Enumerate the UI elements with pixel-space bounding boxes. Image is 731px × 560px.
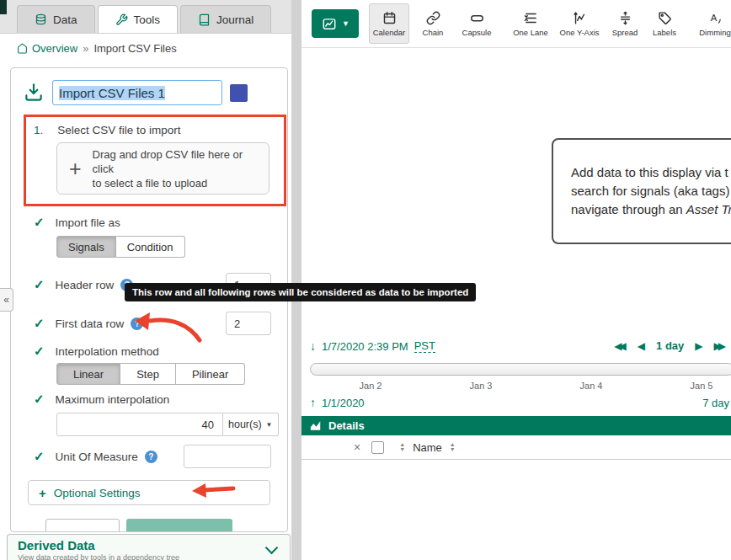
max-interp-unit-select[interactable]: hour(s) ▼ xyxy=(223,413,279,436)
timezone-label[interactable]: PST xyxy=(414,339,435,353)
breadcrumb: Overview » Import CSV Files xyxy=(0,34,291,60)
svg-text:A: A xyxy=(710,13,717,23)
help-icon[interactable]: ? xyxy=(131,317,143,330)
capsule-icon xyxy=(470,11,484,25)
plus-icon: + xyxy=(69,157,82,181)
corner-accent xyxy=(0,0,7,14)
linear-toggle-button[interactable]: Linear xyxy=(56,363,120,385)
interpolation-label: Interpolation method xyxy=(56,345,159,358)
uom-labels: ✓ Unit Of Measure xyxy=(23,449,138,464)
help-line: search for signals (aka tags) xyxy=(571,182,731,200)
cancel-button[interactable] xyxy=(45,519,120,532)
import-file-as-label: Import file as xyxy=(56,216,120,229)
range-duration-link[interactable]: 7 day xyxy=(702,397,729,409)
details-table-header: × ▲▼ Name ▲▼ xyxy=(301,435,731,460)
calendar-icon xyxy=(382,11,397,25)
csv-dropzone[interactable]: + Drag and drop CSV file here or click t… xyxy=(56,142,269,195)
time-step-label[interactable]: 1 day xyxy=(656,339,684,352)
plus-icon: + xyxy=(39,486,46,500)
toolbar-button-calendar[interactable]: Calendar xyxy=(369,3,409,44)
fast-forward-icon[interactable]: ▶▶ xyxy=(714,340,726,352)
toolbar-button-labels[interactable]: Labels xyxy=(647,3,682,44)
step-backward-icon[interactable]: ◀ xyxy=(638,340,645,352)
name-column-header: Name xyxy=(413,441,442,454)
toolbar-button-label: Calendar xyxy=(373,28,406,37)
trend-icon xyxy=(321,17,338,31)
first-data-row-input[interactable] xyxy=(226,312,271,335)
first-data-row-field: ✓ First data row ? xyxy=(23,312,275,335)
optional-settings-label: Optional Settings xyxy=(54,487,141,499)
step-1-section: 1. Select CSV file to import + Drag and … xyxy=(23,124,275,195)
derived-data-section[interactable]: Derived Data View data created by tools … xyxy=(7,534,291,560)
tab-data-label: Data xyxy=(53,13,77,26)
toolbar-button-label: One Y-Axis xyxy=(560,28,600,37)
help-icon[interactable]: ? xyxy=(145,451,157,463)
app-window: Data Tools Journal Overview xyxy=(0,0,731,560)
uom-input[interactable] xyxy=(184,445,271,468)
timeline-tick: Jan 2 xyxy=(360,381,382,391)
check-icon: ✓ xyxy=(34,449,45,464)
range-start-text: 1/7/2020 2:39 PM xyxy=(322,340,408,353)
toolbar-button-one-y-axis[interactable]: One Y-Axis xyxy=(556,3,603,44)
view-selector-button[interactable]: ▼ xyxy=(312,9,359,38)
step-1-header: 1. Select CSV file to import xyxy=(34,124,275,136)
color-swatch-button[interactable] xyxy=(230,84,248,102)
journal-icon xyxy=(198,13,211,26)
tab-data[interactable]: Data xyxy=(17,5,95,33)
select-all-checkbox[interactable] xyxy=(371,441,384,454)
tool-name-row: Import CSV Files 1 xyxy=(23,80,275,105)
tab-tools[interactable]: Tools xyxy=(98,5,179,33)
breadcrumb-overview-link[interactable]: Overview xyxy=(17,42,77,55)
database-icon xyxy=(35,13,47,26)
spread-icon xyxy=(618,11,632,25)
step-toggle-button[interactable]: Step xyxy=(120,363,176,385)
toolbar-button-capsule[interactable]: Capsule xyxy=(456,3,497,44)
timeline-tick: Jan 5 xyxy=(691,381,713,391)
step-number: 1. xyxy=(34,124,43,136)
tool-name-input[interactable]: Import CSV Files 1 xyxy=(52,80,222,105)
optional-settings-toggle[interactable]: + Optional Settings xyxy=(28,480,270,505)
step-forward-icon[interactable]: ▶ xyxy=(695,340,702,352)
action-button-row xyxy=(45,519,275,532)
unit-label: hour(s) xyxy=(228,419,262,430)
toolbar-button-label: Labels xyxy=(653,28,676,37)
caret-down-icon: ▼ xyxy=(266,421,273,429)
sort-icon[interactable]: ▲▼ xyxy=(450,442,456,452)
toolbar-button-dimming[interactable]: A Dimming xyxy=(694,3,731,44)
toolbar-button-label: One Lane xyxy=(513,28,548,37)
max-interp-row: ✓ Maximum interpolation xyxy=(23,392,275,407)
max-interp-input[interactable] xyxy=(56,413,223,436)
signals-toggle-button[interactable]: Signals xyxy=(56,236,116,258)
condition-toggle-button[interactable]: Condition xyxy=(116,236,185,258)
toolbar-button-chain[interactable]: Chain xyxy=(413,3,453,44)
toolbar-button-label: Spread xyxy=(612,28,638,37)
tooltip: This row and all following rows will be … xyxy=(125,283,476,301)
interpolation-row: ✓ Interpolation method xyxy=(23,344,275,359)
details-title: Details xyxy=(328,419,365,432)
help-line: Add data to this display via t xyxy=(571,163,731,182)
check-icon: ✓ xyxy=(34,392,45,407)
fast-backward-icon[interactable]: ◀◀ xyxy=(614,340,626,352)
execute-button[interactable] xyxy=(126,519,232,532)
pilinear-toggle-button[interactable]: Pilinear xyxy=(176,363,245,385)
import-file-as-row: ✓ Import file as xyxy=(23,215,275,230)
pane-divider[interactable] xyxy=(291,0,301,560)
derived-data-subtitle: View data created by tools in a dependen… xyxy=(18,553,280,560)
left-panel: Data Tools Journal Overview xyxy=(0,0,291,560)
sort-icon[interactable]: ▲▼ xyxy=(399,442,405,452)
timeline-scrollbar[interactable] xyxy=(310,363,731,376)
remove-icon[interactable]: × xyxy=(354,440,360,454)
panel-tab-bar: Data Tools Journal xyxy=(0,0,291,34)
toolbar-button-spread[interactable]: Spread xyxy=(606,3,643,44)
investigate-range-start-link[interactable]: ↑ 1/1/2020 xyxy=(310,396,365,409)
toolbar-button-one-lane[interactable]: One Lane xyxy=(509,3,552,44)
arrow-down-icon: ↓ xyxy=(310,339,316,353)
collapse-panel-handle[interactable]: « xyxy=(0,288,13,312)
breadcrumb-current: Import CSV Files xyxy=(93,42,176,55)
uom-field: ✓ Unit Of Measure ? xyxy=(23,445,275,468)
display-range-start-link[interactable]: ↓ 1/7/2020 2:39 PM PST xyxy=(310,339,435,353)
tab-journal[interactable]: Journal xyxy=(180,5,271,33)
one-y-axis-icon xyxy=(573,11,587,25)
timeline-tick: Jan 4 xyxy=(580,381,603,391)
step-1-label: Select CSV file to import xyxy=(57,124,180,136)
